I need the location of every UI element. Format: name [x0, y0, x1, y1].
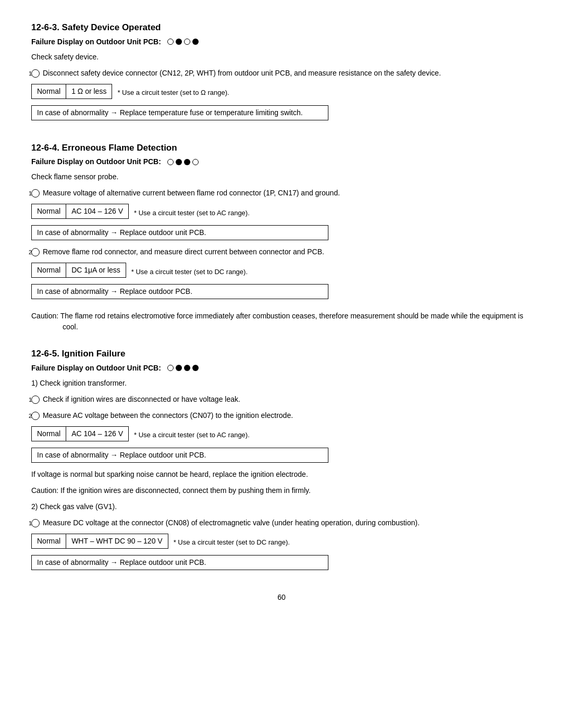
note1-12-6-5: If voltage is normal but sparking noise … — [31, 469, 532, 480]
step-2-12-6-4: 2 Remove flame rod connector, and measur… — [31, 246, 532, 257]
table-wrapper-2-12-6-5: Normal WHT – WHT DC 90 – 120 V * Use a c… — [31, 534, 532, 552]
value-2-65: WHT – WHT DC 90 – 120 V — [66, 534, 168, 548]
table-note-1: * Use a circuit tester (set to Ω range). — [117, 88, 229, 98]
abnormality1-12-6-4: In case of abnormality → Replace outdoor… — [31, 225, 328, 240]
circled-num-1-65: 1 — [31, 396, 40, 404]
check-text-12-6-4: Check flame sensor probe. — [31, 171, 532, 182]
step-text-2-12-6-4: Remove flame rod connector, and measure … — [43, 248, 324, 256]
circled-num-2-64: 2 — [31, 248, 40, 256]
failure-display-12-6-3: Failure Display on Outdoor Unit PCB: — [31, 36, 532, 47]
value-1: 1 Ω or less — [66, 84, 112, 98]
circle-2-64 — [176, 159, 182, 165]
normal-label-1: Normal — [32, 84, 66, 98]
failure-label-12-6-3: Failure Display on Outdoor Unit PCB: — [31, 36, 161, 47]
failure-display-12-6-4: Failure Display on Outdoor Unit PCB: — [31, 156, 532, 167]
normal-label-2-65: Normal — [32, 534, 66, 548]
abnormality2-12-6-5: In case of abnormality → Replace outdoor… — [31, 555, 328, 570]
check2-12-6-5: 2) Check gas valve (GV1). — [31, 501, 532, 512]
normal-label-2-64: Normal — [32, 263, 66, 277]
value-1-65: AC 104 – 126 V — [66, 427, 128, 441]
circled-num-1: 1 — [31, 69, 40, 78]
step-text-3-12-6-5: Measure DC voltage at the connector (CN0… — [43, 519, 420, 527]
step-2-12-6-5: 2 Measure AC voltage between the connect… — [31, 410, 532, 421]
circle-4 — [192, 39, 199, 45]
table-row-1-12-6-5: Normal AC 104 – 126 V — [31, 426, 129, 441]
abnormality-12-6-3: In case of abnormality → Replace tempera… — [31, 105, 328, 120]
step-text-1-12-6-5: Check if ignition wires are disconnected… — [43, 395, 240, 403]
failure-label-12-6-4: Failure Display on Outdoor Unit PCB: — [31, 156, 161, 167]
step-1-12-6-5: 1 Check if ignition wires are disconnect… — [31, 394, 532, 405]
check-text-12-6-3: Check safety device. — [31, 52, 532, 63]
caution-12-6-4: Caution: The flame rod retains electromo… — [31, 311, 532, 332]
circle-4-65 — [192, 365, 199, 371]
normal-label-1-64: Normal — [32, 204, 66, 218]
circle-3-64 — [184, 159, 190, 165]
failure-label-12-6-5: Failure Display on Outdoor Unit PCB: — [31, 363, 161, 374]
section-12-6-4: 12-6-4. Erroneous Flame Detection Failur… — [31, 141, 532, 333]
circle-1-65 — [167, 365, 174, 371]
table-row-2-12-6-4: Normal DC 1μA or less — [31, 263, 126, 278]
failure-display-12-6-5: Failure Display on Outdoor Unit PCB: — [31, 363, 532, 374]
section-12-6-3: 12-6-3. Safety Device Operated Failure D… — [31, 21, 532, 127]
step-text-1-12-6-4: Measure voltage of alternative current b… — [43, 189, 340, 197]
table-wrapper-1-12-6-4: Normal AC 104 – 126 V * Use a circuit te… — [31, 204, 532, 222]
table-row-1-12-6-4: Normal AC 104 – 126 V — [31, 204, 129, 219]
step-3-12-6-5: 1 Measure DC voltage at the connector (C… — [31, 517, 532, 528]
table-wrapper-1-12-6-3: Normal 1 Ω or less * Use a circuit teste… — [31, 84, 532, 102]
section-title-12-6-5: 12-6-5. Ignition Failure — [31, 347, 532, 361]
table-row-2-12-6-5: Normal WHT – WHT DC 90 – 120 V — [31, 534, 168, 549]
circle-4-64 — [192, 159, 199, 165]
table-note-1-64: * Use a circuit tester (set to AC range)… — [134, 208, 250, 218]
abnormality2-12-6-4: In case of abnormality → Replace outdoor… — [31, 284, 328, 299]
check1-12-6-5: 1) Check ignition transformer. — [31, 378, 532, 389]
circle-3-65 — [184, 365, 190, 371]
step-1-12-6-4: 1 Measure voltage of alternative current… — [31, 188, 532, 199]
table-wrapper-1-12-6-5: Normal AC 104 – 126 V * Use a circuit te… — [31, 426, 532, 445]
table-wrapper-2-12-6-4: Normal DC 1μA or less * Use a circuit te… — [31, 263, 532, 281]
circle-3 — [184, 39, 190, 45]
caution1-12-6-5: Caution: If the ignition wires are disco… — [31, 485, 532, 496]
circled-num-1-64: 1 — [31, 189, 40, 198]
value-1-64: AC 104 – 126 V — [66, 204, 128, 218]
table-note-1-65: * Use a circuit tester (set to AC range)… — [134, 430, 250, 440]
section-title-12-6-4: 12-6-4. Erroneous Flame Detection — [31, 141, 532, 155]
value-2-64: DC 1μA or less — [66, 263, 126, 277]
circle-1 — [167, 39, 174, 45]
normal-label-1-65: Normal — [32, 427, 66, 441]
page-number: 60 — [31, 592, 532, 603]
step-text-2-12-6-5: Measure AC voltage between the connector… — [43, 411, 293, 419]
circle-2-65 — [176, 365, 182, 371]
circle-2 — [176, 39, 182, 45]
table-note-2-64: * Use a circuit tester (set to DC range)… — [131, 267, 248, 277]
circled-num-3-65: 1 — [31, 519, 40, 527]
table-note-2-65: * Use a circuit tester (set to DC range)… — [174, 537, 290, 548]
step-1-12-6-3: 1 Disconnect safety device connector (CN… — [31, 68, 532, 79]
section-title-12-6-3: 12-6-3. Safety Device Operated — [31, 21, 532, 34]
abnormality1-12-6-5: In case of abnormality → Replace outdoor… — [31, 448, 328, 463]
step-text-1-12-6-3: Disconnect safety device connector (CN12… — [43, 69, 441, 77]
circle-1-64 — [167, 159, 174, 165]
section-12-6-5: 12-6-5. Ignition Failure Failure Display… — [31, 347, 532, 576]
table-row-1-12-6-3: Normal 1 Ω or less — [31, 84, 112, 99]
circled-num-2-65: 2 — [31, 412, 40, 420]
